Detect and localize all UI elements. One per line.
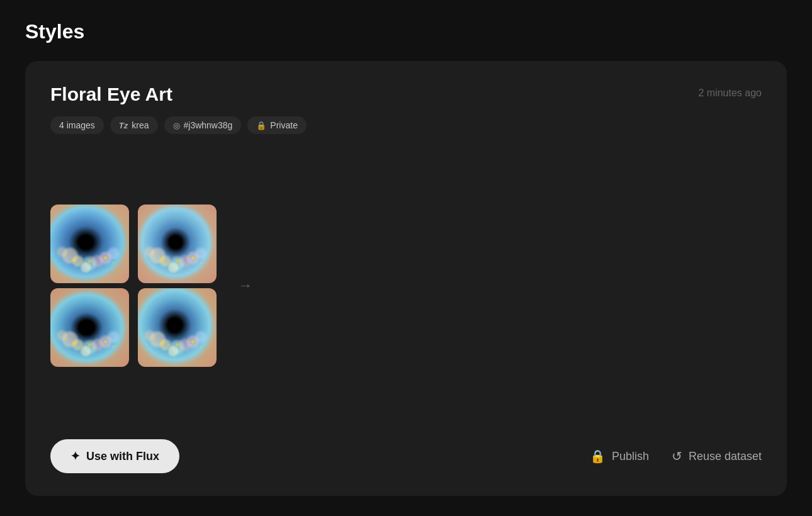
card-title: Floral Eye Art (50, 84, 172, 105)
publish-button[interactable]: 🔒 Publish (590, 449, 649, 464)
badge-hash-label: #j3whnw38g (184, 120, 233, 130)
card-footer: ✦ Use with Flux 🔒 Publish ↺ Reuse datase… (50, 439, 762, 473)
card-timestamp: 2 minutes ago (698, 84, 762, 99)
style-card: Floral Eye Art 2 minutes ago 4 images Tz… (25, 61, 787, 496)
badge-hash: ◎ #j3whnw38g (164, 116, 242, 134)
arrow-divider: → (220, 278, 271, 294)
reuse-dataset-button[interactable]: ↺ Reuse dataset (672, 449, 762, 464)
reuse-icon: ↺ (672, 449, 682, 464)
images-section: → (50, 152, 762, 419)
input-image-grid (50, 205, 220, 367)
badge-images-label: 4 images (59, 120, 95, 130)
input-image-1 (50, 205, 129, 283)
badge-privacy-label: Private (270, 120, 298, 130)
sparkle-icon: ✦ (70, 449, 80, 463)
input-image-2 (138, 205, 217, 283)
badge-images-count: 4 images (50, 116, 104, 134)
badge-hash-icon: ◎ (173, 121, 180, 130)
footer-actions: 🔒 Publish ↺ Reuse dataset (590, 449, 762, 464)
badge-source-icon: Tz (119, 121, 128, 130)
publish-lock-icon: 🔒 (590, 449, 606, 464)
input-image-3 (50, 288, 129, 367)
badge-source-label: krea (132, 120, 149, 130)
reuse-dataset-label: Reuse dataset (689, 450, 762, 463)
arrow-icon: → (239, 278, 252, 294)
use-with-flux-button[interactable]: ✦ Use with Flux (50, 439, 179, 473)
input-image-4 (138, 288, 217, 367)
badge-source: Tz krea (110, 116, 158, 134)
page-title: Styles (25, 20, 787, 43)
use-with-flux-label: Use with Flux (86, 450, 159, 463)
publish-label: Publish (612, 450, 649, 463)
card-header: Floral Eye Art 2 minutes ago (50, 84, 762, 105)
badge-row: 4 images Tz krea ◎ #j3whnw38g 🔒 Private (50, 116, 762, 134)
lock-icon: 🔒 (256, 121, 266, 130)
badge-privacy: 🔒 Private (247, 116, 307, 134)
